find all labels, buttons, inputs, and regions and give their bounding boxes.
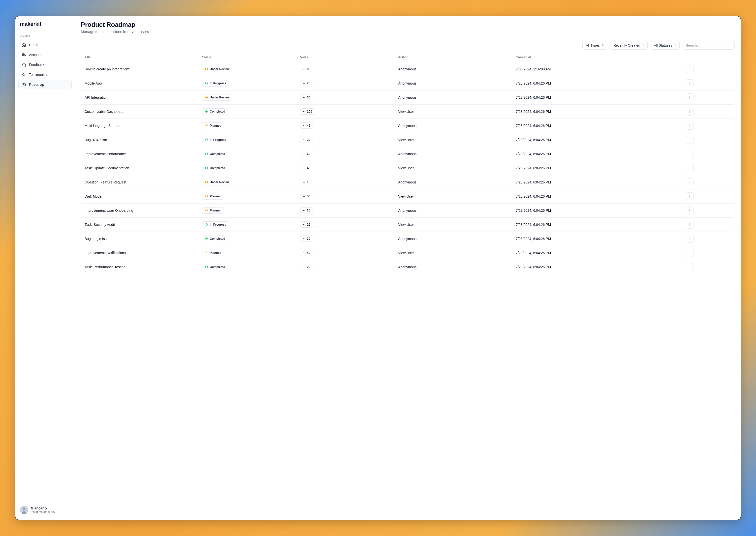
vote-button[interactable]: 75 <box>300 80 313 86</box>
status-badge: Completed <box>202 264 228 270</box>
row-menu-button[interactable] <box>686 207 694 215</box>
vote-button[interactable]: 30 <box>300 94 313 100</box>
sidebar-item-home[interactable]: Home <box>18 40 72 50</box>
vote-button[interactable]: 40 <box>300 165 313 171</box>
chevron-up-icon <box>302 223 305 226</box>
vote-count: 35 <box>307 209 310 212</box>
row-menu-button[interactable] <box>686 192 694 200</box>
cell-actions <box>682 260 735 274</box>
row-menu-button[interactable] <box>686 79 694 87</box>
row-menu-button[interactable] <box>686 150 694 158</box>
table-row[interactable]: Improvement: User OnboardingPlanned35Ano… <box>81 203 735 218</box>
table-row[interactable]: Improvement: NotificationsPlanned40View … <box>81 246 735 260</box>
view-user-link[interactable]: View User <box>398 166 414 170</box>
table-row[interactable]: Task: Security AuditIn Progress25View Us… <box>81 218 735 232</box>
vote-button[interactable]: 20 <box>300 264 313 270</box>
svg-point-1 <box>24 54 25 55</box>
cell-status: In Progress <box>199 133 297 147</box>
table-row[interactable]: Bug: 404 ErrorIn Progress20View User7/28… <box>81 133 735 147</box>
cell-created: 7/28/2024, 6:04:26 PM <box>512 260 682 274</box>
table-row[interactable]: How to create an Integration?Under Revie… <box>81 62 735 76</box>
table-row[interactable]: Dark ModePlanned50View User7/28/2024, 6:… <box>81 189 735 203</box>
table-row[interactable]: Question: Feature RequestUnder Review15A… <box>81 175 735 189</box>
table-row[interactable]: Multi-language SupportPlanned45Anonymous… <box>81 118 735 133</box>
cell-actions <box>682 218 735 232</box>
chevron-up-icon <box>302 251 305 254</box>
vote-button[interactable]: 45 <box>300 122 313 129</box>
svg-point-27 <box>690 139 690 139</box>
row-menu-button[interactable] <box>686 235 694 243</box>
status-label: Planned <box>210 195 222 198</box>
sidebar-item-roadmap[interactable]: Roadmap <box>18 80 72 89</box>
cell-status: In Progress <box>199 218 297 232</box>
view-user-link[interactable]: View User <box>398 194 414 198</box>
chevron-up-icon <box>302 152 305 155</box>
vote-button[interactable]: 40 <box>300 250 313 256</box>
col-created[interactable]: Created At <box>512 52 682 62</box>
row-menu-button[interactable] <box>686 93 694 101</box>
page-header: Product Roadmap Manage the submissions f… <box>75 17 740 36</box>
star-icon <box>21 72 26 77</box>
sidebar-item-testimonials[interactable]: Testimonials <box>18 70 72 79</box>
cell-actions <box>682 203 735 218</box>
sidebar-item-label: Feedback <box>29 63 44 67</box>
status-icon <box>205 82 208 85</box>
row-menu-button[interactable] <box>686 65 694 73</box>
cell-created: 7/28/2024, 6:04:26 PM <box>512 147 682 161</box>
sidebar-item-feedback[interactable]: Feedback <box>18 60 72 69</box>
view-user-link[interactable]: View User <box>398 110 414 114</box>
vote-button[interactable]: 30 <box>300 236 313 242</box>
vote-button[interactable]: 25 <box>300 221 313 228</box>
svg-point-47 <box>205 210 208 212</box>
home-icon <box>21 43 26 47</box>
vote-button[interactable]: 15 <box>300 179 313 185</box>
author-label: Anonymous <box>398 67 416 71</box>
col-author[interactable]: Author <box>395 52 512 62</box>
cell-title: Bug: Login Issue <box>81 232 198 246</box>
table-row[interactable]: Improvement: PerformanceCompleted60Anony… <box>81 147 735 161</box>
table-header-row: Title Status Votes Author Created At <box>81 52 735 62</box>
table-row[interactable]: API IntegrationUnder Review30Anonymous7/… <box>81 90 735 104</box>
user-chip[interactable]: Giancarlo test@makerkit.dev <box>18 503 72 517</box>
row-menu-button[interactable] <box>686 164 694 172</box>
vote-button[interactable]: 35 <box>300 207 313 214</box>
col-title[interactable]: Title <box>81 52 198 62</box>
vote-button[interactable]: 100 <box>300 108 315 115</box>
sort-filter[interactable]: Recently Created ⇅ <box>610 41 648 50</box>
row-menu-button[interactable] <box>686 221 694 229</box>
row-menu-button[interactable] <box>686 178 694 186</box>
type-filter[interactable]: All Types ⇅ <box>582 41 607 50</box>
vote-button[interactable]: 0 <box>300 66 311 72</box>
table-row[interactable]: Customizable DashboardCompleted100View U… <box>81 104 735 118</box>
view-user-link[interactable]: View User <box>398 223 414 227</box>
vote-button[interactable]: 50 <box>300 193 313 199</box>
row-menu-button[interactable] <box>686 136 694 144</box>
view-user-link[interactable]: View User <box>398 251 414 255</box>
status-filter[interactable]: All Statuses ⇅ <box>651 41 680 50</box>
table-row[interactable]: Bug: Login IssueCompleted30Anonymous7/28… <box>81 232 735 246</box>
svg-point-48 <box>690 209 690 210</box>
table-row[interactable]: Task: Performance TestingCompleted20Anon… <box>81 260 735 274</box>
table-row[interactable]: Task: Update DocumentationCompleted40Vie… <box>81 161 735 175</box>
col-status[interactable]: Status <box>199 52 297 62</box>
author-label: Anonymous <box>398 124 416 128</box>
chevron-up-icon <box>302 195 305 198</box>
chevron-up-icon <box>302 138 305 141</box>
cell-actions <box>682 189 735 203</box>
search-input[interactable] <box>686 43 732 47</box>
vote-button[interactable]: 20 <box>300 137 313 143</box>
cell-actions <box>682 90 735 104</box>
row-menu-button[interactable] <box>686 122 694 130</box>
row-menu-button[interactable] <box>686 108 694 116</box>
vote-button[interactable]: 60 <box>300 151 313 157</box>
row-menu-button[interactable] <box>686 263 694 271</box>
main: Product Roadmap Manage the submissions f… <box>75 17 740 519</box>
sidebar-item-accounts[interactable]: Accounts <box>18 50 72 59</box>
search-box[interactable] <box>683 41 735 50</box>
row-menu-button[interactable] <box>686 249 694 257</box>
cell-status: Completed <box>199 104 297 118</box>
table-row[interactable]: Mobile AppIn Progress75Anonymous7/28/202… <box>81 76 735 90</box>
view-user-link[interactable]: View User <box>398 138 414 142</box>
col-votes[interactable]: Votes <box>297 52 395 62</box>
vote-count: 45 <box>307 124 310 127</box>
